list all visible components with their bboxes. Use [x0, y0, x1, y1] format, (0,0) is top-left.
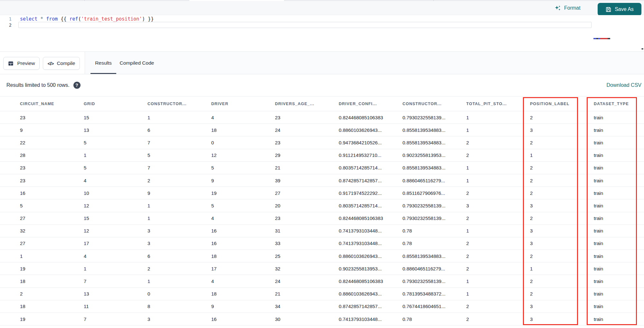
table-cell: 7 [84, 316, 147, 322]
table-cell: 2 [530, 190, 594, 196]
table-cell: train [594, 215, 644, 221]
table-row: 231514230.8244680851063830.7930232558139… [0, 111, 644, 124]
preview-button[interactable]: Preview [3, 57, 40, 70]
table-cell: train [594, 178, 644, 183]
table-cell: 0.7813953488372... [402, 291, 466, 296]
table-cell: 2 [530, 215, 594, 221]
table-cell: 4 [211, 278, 275, 284]
table-cell: 2 [466, 266, 530, 271]
table-cell: 1 [466, 178, 530, 183]
table-cell: 3 [147, 316, 211, 322]
table-cell: 2 [530, 253, 594, 259]
table-cell: 1 [84, 152, 147, 158]
table-cell: 25 [275, 253, 339, 259]
table-cell: 32 [275, 266, 339, 271]
table-cell: 4 [84, 253, 147, 259]
download-csv-link[interactable]: Download CSV [607, 74, 642, 96]
tab-compiled-code[interactable]: Compiled Code [118, 52, 156, 74]
code-token [37, 16, 40, 22]
table-row: 213018210.8860103626943...0.781395348837… [0, 288, 644, 300]
table-cell: 12 [84, 228, 147, 233]
table-cell: 0.8558139534883... [402, 140, 466, 145]
table-cell: 2 [466, 190, 530, 196]
table-cell: 31 [275, 228, 339, 233]
save-icon [605, 6, 611, 13]
help-icon[interactable]: ? [73, 82, 80, 89]
save-as-button[interactable]: Save As [598, 3, 641, 16]
table-cell: 7 [147, 165, 211, 170]
table-cell: 3 [530, 241, 594, 246]
table-cell: 21 [275, 291, 339, 296]
table-cell: 18 [20, 278, 84, 284]
table-cell: train [594, 304, 644, 309]
table-cell: 1 [147, 203, 211, 208]
table-cell: 9 [211, 178, 275, 183]
column-header-total-pit-sto-: TOTAL_PIT_STO... [466, 102, 530, 106]
table-row: 3212316310.7413793103448...0.7813train [0, 225, 644, 237]
table-row: 1610919270.9171974522292...0.85116279069… [0, 187, 644, 199]
table-cell: 0.8860103626943... [339, 291, 402, 296]
tab-results[interactable]: Results [90, 52, 116, 74]
table-cell: 32 [20, 228, 84, 233]
table-cell: 4 [211, 115, 275, 120]
table-cell: 1 [466, 115, 530, 120]
column-header-circuit-name: CIRCUIT_NAME [20, 102, 84, 106]
table-cell: 19 [20, 316, 84, 322]
editor-scrollbar[interactable] [641, 48, 643, 50]
table-cell: 20 [275, 203, 339, 208]
table-cell: 5 [84, 165, 147, 170]
table-cell: 17 [211, 266, 275, 271]
results-info-bar: Results limited to 500 rows. ? Download … [0, 74, 644, 96]
sql-ide-panel: Format Save As 1 select * from {{ ref('t… [0, 0, 644, 328]
table-cell: 3 [147, 228, 211, 233]
compile-button[interactable]: </> Compile [43, 57, 80, 70]
table-cell: 0.7930232558139... [402, 215, 466, 221]
table-cell: 0.7413793103448... [339, 316, 402, 322]
table-cell: 23 [275, 215, 339, 221]
code-token: select [20, 16, 37, 22]
table-cell: 0.9112149532710... [339, 152, 402, 158]
table-cell: 0.8860103626943... [339, 253, 402, 259]
format-button[interactable]: Format [554, 1, 581, 15]
table-cell: 2 [466, 304, 530, 309]
table-cell: train [594, 152, 644, 158]
table-cell: 27 [20, 241, 84, 246]
table-cell: 23 [20, 115, 84, 120]
table-cell: train [594, 316, 644, 322]
table-cell: 39 [275, 178, 339, 183]
table-cell: 7 [147, 140, 211, 145]
table-cell: 0.824468085106383 [339, 115, 402, 120]
table-row: 14618250.8860103626943...0.8558139534883… [0, 250, 644, 262]
table-cell: 0.7413793103448... [339, 241, 402, 246]
code-icon: </> [48, 61, 54, 66]
table-cell: 5 [20, 203, 84, 208]
table-cell: 3 [530, 304, 594, 309]
code-token: ) [142, 16, 145, 22]
table-cell: 12 [211, 152, 275, 158]
table-cell: 33 [275, 241, 339, 246]
table-cell: 1 [466, 127, 530, 133]
table-cell: 12 [84, 203, 147, 208]
table-cell: 2 [466, 316, 530, 322]
table-cell: 2 [466, 215, 530, 221]
table-row: 23575210.8035714285714...0.8558139534883… [0, 162, 644, 174]
table-cell: train [594, 278, 644, 284]
table-row: 181189340.8742857142857...0.767441860465… [0, 300, 644, 313]
table-cell: 11 [84, 304, 147, 309]
table-cell: 10 [84, 190, 147, 196]
table-cell: 0.8558139534883... [402, 127, 466, 133]
table-cell: 16 [211, 241, 275, 246]
table-cell: 2 [466, 140, 530, 145]
table-cell: 0.7930232558139... [402, 278, 466, 284]
table-row: 2717316330.7413793103448...0.7823train [0, 237, 644, 250]
table-cell: 16 [20, 190, 84, 196]
table-cell: train [594, 253, 644, 259]
column-header-dataset-type: DATASET_TYPE [594, 102, 644, 106]
code-token: ( [78, 16, 81, 22]
table-row: 281512290.9112149532710...0.902325581395… [0, 149, 644, 162]
code-line-1-text: select * from {{ ref('train_test_positio… [20, 16, 154, 22]
table-grid-icon [8, 60, 14, 67]
sql-code-editor[interactable]: 1 select * from {{ ref('train_test_posit… [0, 15, 644, 52]
save-as-label: Save As [615, 6, 634, 12]
table-cell: 27 [275, 190, 339, 196]
